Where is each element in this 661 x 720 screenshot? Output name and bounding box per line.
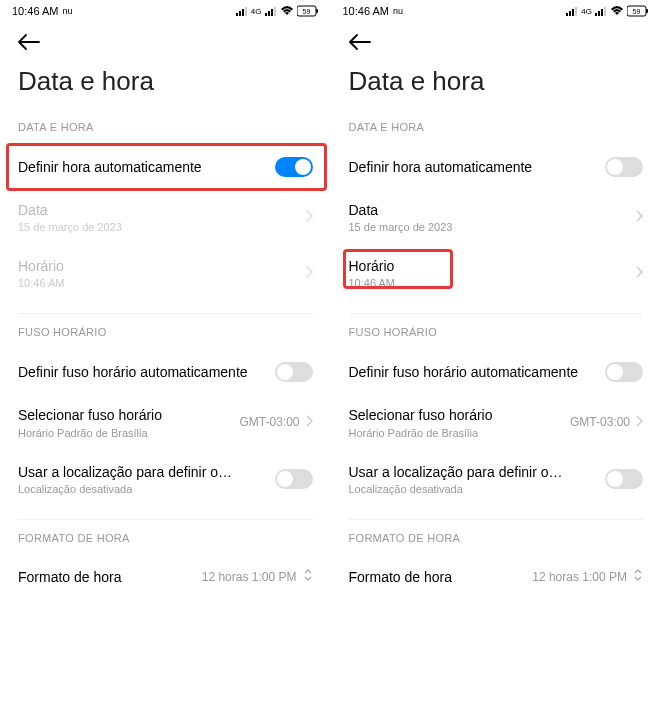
updown-icon [303, 568, 313, 586]
select-tz-label: Selecionar fuso horário [349, 406, 570, 424]
signal-icon [236, 6, 248, 16]
auto-tz-label: Definir fuso horário automaticamente [349, 363, 606, 381]
auto-time-label: Definir hora automaticamente [18, 158, 275, 176]
row-auto-time[interactable]: Definir hora automaticamente [331, 145, 662, 189]
back-button[interactable] [331, 22, 662, 58]
svg-rect-0 [236, 13, 238, 16]
divider [18, 313, 313, 314]
svg-rect-5 [268, 11, 270, 16]
section-header-formato: FORMATO DE HORA [331, 532, 662, 556]
svg-rect-11 [566, 13, 568, 16]
svg-rect-14 [575, 7, 577, 16]
svg-rect-9 [316, 9, 318, 13]
svg-rect-15 [595, 13, 597, 16]
row-time[interactable]: Horário 10:46 AM [0, 245, 331, 301]
select-tz-label: Selecionar fuso horário [18, 406, 239, 424]
wifi-icon [610, 6, 624, 16]
chevron-icon [636, 208, 643, 226]
battery-icon: 59 [627, 5, 649, 17]
updown-icon [633, 568, 643, 586]
use-loc-label: Usar a localização para definir o… [349, 463, 606, 481]
select-tz-sub: Horário Padrão de Brasília [349, 427, 570, 439]
row-date[interactable]: Data 15 de março de 2023 [331, 189, 662, 245]
chevron-icon [636, 264, 643, 282]
row-select-tz[interactable]: Selecionar fuso horário Horário Padrão d… [331, 394, 662, 450]
chevron-icon [636, 413, 643, 431]
format-label: Formato de hora [18, 568, 202, 586]
svg-rect-4 [265, 13, 267, 16]
toggle-use-location[interactable] [605, 469, 643, 489]
divider [349, 519, 644, 520]
status-carrier: nu [62, 6, 72, 16]
date-value: 15 de março de 2023 [18, 221, 306, 233]
chevron-icon [306, 264, 313, 282]
page-title: Data e hora [0, 58, 331, 121]
svg-rect-18 [604, 7, 606, 16]
screen-right: 10:46 AM nu 4G 59 Data e hora DATA E HOR… [331, 0, 662, 720]
time-label: Horário [18, 257, 306, 275]
status-time: 10:46 AM [343, 5, 389, 17]
svg-text:59: 59 [633, 8, 641, 15]
chevron-icon [306, 208, 313, 226]
svg-text:59: 59 [302, 8, 310, 15]
auto-time-label: Definir hora automaticamente [349, 158, 606, 176]
svg-rect-12 [569, 11, 571, 16]
row-date[interactable]: Data 15 de março de 2023 [0, 189, 331, 245]
row-use-location[interactable]: Usar a localização para definir o… Local… [0, 451, 331, 507]
page-title: Data e hora [331, 58, 662, 121]
toggle-use-location[interactable] [275, 469, 313, 489]
svg-rect-17 [601, 9, 603, 16]
signal-icon-2 [595, 6, 607, 16]
time-value: 10:46 AM [18, 277, 306, 289]
divider [349, 313, 644, 314]
section-header-formato: FORMATO DE HORA [0, 532, 331, 556]
toggle-auto-time[interactable] [275, 157, 313, 177]
svg-rect-1 [239, 11, 241, 16]
time-label: Horário [349, 257, 637, 275]
row-time-format[interactable]: Formato de hora 12 horas 1:00 PM [331, 556, 662, 598]
toggle-auto-tz[interactable] [605, 362, 643, 382]
back-button[interactable] [0, 22, 331, 58]
date-label: Data [349, 201, 637, 219]
select-tz-value: GMT-03:00 [239, 415, 299, 429]
wifi-icon [280, 6, 294, 16]
section-header-fuso: FUSO HORÁRIO [331, 326, 662, 350]
format-value: 12 horas 1:00 PM [532, 570, 627, 584]
format-label: Formato de hora [349, 568, 533, 586]
row-time-format[interactable]: Formato de hora 12 horas 1:00 PM [0, 556, 331, 598]
svg-rect-3 [245, 7, 247, 16]
row-time[interactable]: Horário 10:46 AM [331, 245, 662, 301]
toggle-auto-tz[interactable] [275, 362, 313, 382]
chevron-icon [306, 413, 313, 431]
svg-rect-16 [598, 11, 600, 16]
status-carrier: nu [393, 6, 403, 16]
date-value: 15 de março de 2023 [349, 221, 637, 233]
svg-rect-2 [242, 9, 244, 16]
section-header-datahora: DATA E HORA [0, 121, 331, 145]
format-value: 12 horas 1:00 PM [202, 570, 297, 584]
row-use-location[interactable]: Usar a localização para definir o… Local… [331, 451, 662, 507]
signal-icon [566, 6, 578, 16]
status-bar: 10:46 AM nu 4G 59 [331, 0, 662, 22]
svg-rect-6 [271, 9, 273, 16]
network-label: 4G [251, 7, 262, 16]
select-tz-sub: Horário Padrão de Brasília [18, 427, 239, 439]
svg-rect-7 [274, 7, 276, 16]
section-header-datahora: DATA E HORA [331, 121, 662, 145]
row-select-tz[interactable]: Selecionar fuso horário Horário Padrão d… [0, 394, 331, 450]
time-value: 10:46 AM [349, 277, 637, 289]
use-loc-label: Usar a localização para definir o… [18, 463, 275, 481]
status-bar: 10:46 AM nu 4G 59 [0, 0, 331, 22]
select-tz-value: GMT-03:00 [570, 415, 630, 429]
date-label: Data [18, 201, 306, 219]
svg-rect-13 [572, 9, 574, 16]
toggle-auto-time[interactable] [605, 157, 643, 177]
row-auto-tz[interactable]: Definir fuso horário automaticamente [331, 350, 662, 394]
use-loc-sub: Localização desativada [349, 483, 606, 495]
use-loc-sub: Localização desativada [18, 483, 275, 495]
status-time: 10:46 AM [12, 5, 58, 17]
network-label: 4G [581, 7, 592, 16]
row-auto-time[interactable]: Definir hora automaticamente [0, 145, 331, 189]
auto-tz-label: Definir fuso horário automaticamente [18, 363, 275, 381]
row-auto-tz[interactable]: Definir fuso horário automaticamente [0, 350, 331, 394]
